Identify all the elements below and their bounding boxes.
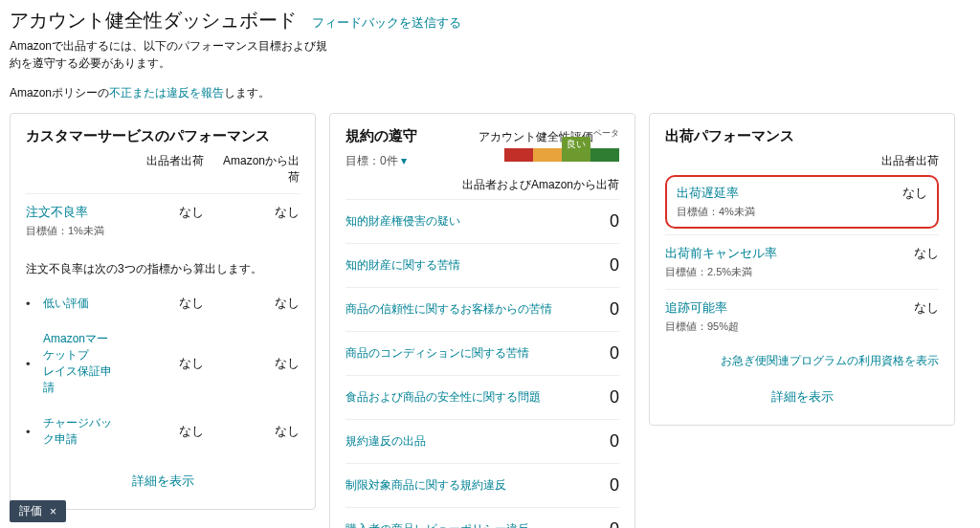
compliance-item-count: 0 [610, 519, 619, 528]
cs-odr-row: 注文不良率 目標値：1%未満 なし なし [26, 193, 300, 248]
comp-target: 目標：0件 [345, 154, 398, 167]
compliance-row: 知的財産に関する苦情0 [345, 243, 619, 287]
comp-ship-header: 出品者およびAmazonから出荷 [345, 177, 619, 193]
policy-report-link[interactable]: 不正または違反を報告 [109, 86, 224, 99]
cs-sub-link[interactable]: 低い評価 [39, 296, 118, 312]
compliance-item-count: 0 [610, 387, 619, 407]
ship-metric-link[interactable]: 出荷遅延率 [677, 185, 841, 202]
cs-col-amazon: Amazonから出荷 [213, 153, 300, 186]
ship-row: 出荷前キャンセル率目標値：2.5%未満なし [665, 234, 939, 289]
shipping-card: 出荷パフォーマンス 出品者出荷 出荷遅延率目標値：4%未満なし出荷前キャンセル率… [649, 113, 955, 426]
cs-details-link[interactable]: 詳細を表示 [132, 473, 194, 488]
compliance-item-count: 0 [610, 343, 619, 363]
cs-sub-v2: なし [213, 355, 300, 372]
compliance-card: 規約の遵守 目標：0件 ▾ アカウント健全性評価ベータ 良い 出品者およびAma… [329, 113, 635, 528]
compliance-row: 制限対象商品に関する規約違反0 [345, 463, 619, 507]
ahr-meter: 良い [504, 148, 619, 162]
ship-metric-value: なし [841, 185, 927, 202]
cs-sub-v2: なし [213, 423, 300, 440]
cs-sub-item: •低い評価なしなし [26, 285, 300, 321]
compliance-item-link[interactable]: 規約違反の出品 [345, 433, 426, 450]
ship-metric-link[interactable]: 出荷前キャンセル率 [665, 245, 853, 262]
comp-title: 規約の遵守 [345, 127, 417, 145]
compliance-row: 購入者の商品レビューポリシー違反0 [345, 507, 619, 528]
odr-target: 目標値：1%未満 [26, 224, 118, 238]
odr-link[interactable]: 注文不良率 [26, 204, 118, 221]
ahr-good-badge: 良い [562, 137, 590, 152]
cs-title: カスタマーサービスのパフォーマンス [26, 127, 300, 145]
cs-sub-link[interactable]: Amazonマーケットプ レイス保証申請 [39, 331, 118, 396]
cs-note: 注文不良率は次の3つの指標から算出します。 [26, 261, 300, 277]
cs-sub-v2: なし [213, 295, 300, 312]
compliance-row: 食品および商品の安全性に関する問題0 [345, 375, 619, 419]
ship-metric-value: なし [853, 299, 939, 317]
policy-row: Amazonポリシーの不正または違反を報告します。 [10, 85, 970, 101]
compliance-item-count: 0 [610, 299, 619, 319]
odr-v1: なし [118, 204, 204, 221]
page-header: アカウント健全性ダッシュボード フィードバックを送信する Amazonで出品する… [0, 0, 980, 101]
compliance-item-link[interactable]: 購入者の商品レビューポリシー違反 [345, 521, 529, 528]
cs-sub-v1: なし [118, 295, 204, 312]
compliance-item-link[interactable]: 商品の信頼性に関するお客様からの苦情 [345, 301, 552, 318]
footer-label: 評価 [19, 503, 42, 519]
compliance-row: 知的財産権侵害の疑い0 [345, 199, 619, 243]
ship-details-link[interactable]: 詳細を表示 [771, 389, 834, 404]
ship-metric-target: 目標値：2.5%未満 [665, 265, 853, 279]
cs-col-seller: 出品者出荷 [118, 153, 204, 186]
bullet-icon: • [26, 357, 39, 371]
compliance-item-link[interactable]: 知的財産に関する苦情 [345, 257, 460, 274]
ship-row: 追跡可能率目標値：95%超なし [665, 289, 939, 343]
compliance-row: 商品の信頼性に関するお客様からの苦情0 [345, 287, 619, 331]
ship-eligibility-link[interactable]: お急ぎ便関連プログラムの利用資格を表示 [721, 354, 939, 367]
cs-sub-link[interactable]: チャージバック申請 [39, 415, 118, 448]
page-title: アカウント健全性ダッシュボード [10, 8, 297, 33]
ship-metric-target: 目標値：95%超 [665, 319, 853, 334]
policy-suffix: します。 [224, 86, 270, 99]
compliance-row: 商品のコンディションに関する苦情0 [345, 331, 619, 375]
ship-row: 出荷遅延率目標値：4%未満なし [665, 175, 939, 229]
ship-metric-value: なし [853, 245, 939, 262]
close-icon[interactable]: × [50, 505, 56, 518]
compliance-item-link[interactable]: 制限対象商品に関する規約違反 [345, 477, 506, 494]
bullet-icon: • [26, 425, 39, 439]
cs-sub-v1: なし [118, 423, 204, 440]
chevron-down-icon[interactable]: ▾ [401, 154, 407, 167]
ship-col-header: 出品者出荷 [665, 153, 939, 169]
cs-sub-item: •チャージバック申請なしなし [26, 406, 300, 457]
ship-metric-target: 目標値：4%未満 [677, 205, 841, 219]
policy-prefix: Amazonポリシーの [10, 86, 109, 99]
page-subtext: Amazonで出品するには、以下のパフォーマンス目標および規約を遵守する必要があ… [10, 37, 335, 72]
ahr-beta: ベータ [593, 128, 619, 138]
compliance-item-count: 0 [610, 475, 619, 495]
compliance-item-link[interactable]: 商品のコンディションに関する苦情 [345, 345, 529, 362]
odr-v2: なし [213, 204, 300, 221]
compliance-item-count: 0 [610, 431, 619, 451]
footer-rating-chip[interactable]: 評価 × [10, 500, 66, 522]
cs-sub-v1: なし [118, 355, 204, 372]
feedback-link[interactable]: フィードバックを送信する [312, 14, 461, 32]
cs-sub-item: •Amazonマーケットプ レイス保証申請なしなし [26, 321, 300, 406]
compliance-item-count: 0 [610, 211, 619, 231]
compliance-item-link[interactable]: 食品および商品の安全性に関する問題 [345, 389, 541, 406]
ship-metric-link[interactable]: 追跡可能率 [665, 299, 853, 317]
customer-service-card: カスタマーサービスのパフォーマンス 出品者出荷 Amazonから出荷 注文不良率… [10, 113, 316, 510]
compliance-item-count: 0 [610, 255, 619, 275]
compliance-item-link[interactable]: 知的財産権侵害の疑い [345, 213, 460, 230]
bullet-icon: • [26, 297, 39, 311]
compliance-row: 規約違反の出品0 [345, 419, 619, 463]
ship-title: 出荷パフォーマンス [665, 127, 939, 145]
